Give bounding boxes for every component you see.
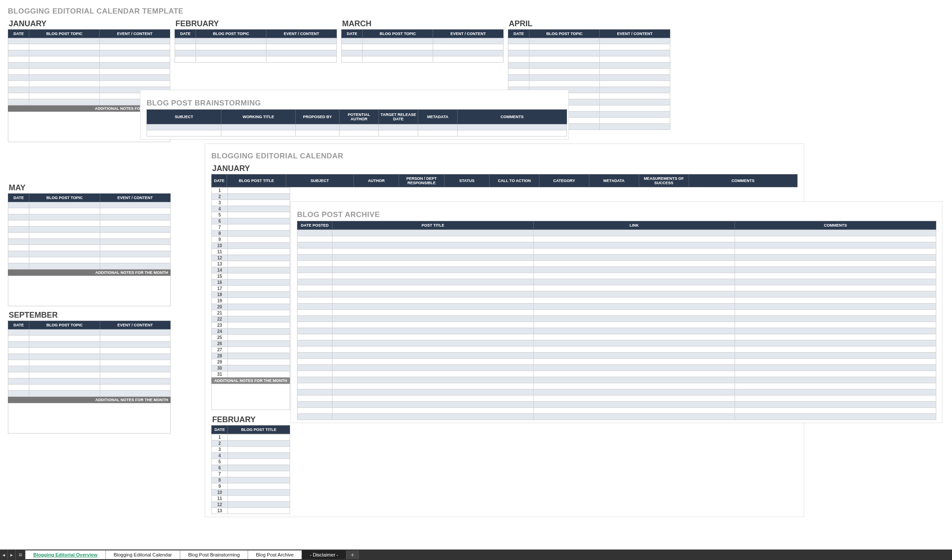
table-row[interactable]: 3 <box>212 200 290 206</box>
table-row[interactable] <box>298 402 936 408</box>
table-row[interactable] <box>298 383 936 389</box>
table-row[interactable] <box>342 38 504 44</box>
table-row[interactable] <box>8 366 171 372</box>
editorial-rows-jan[interactable]: 1234567891011121314151617181920212223242… <box>211 187 290 378</box>
table-row[interactable] <box>508 69 670 75</box>
table-row[interactable]: 16 <box>212 280 290 286</box>
table-row[interactable] <box>8 202 171 208</box>
editorial-rows-feb[interactable]: 12345678910111213 <box>211 434 290 514</box>
table-row[interactable] <box>147 124 567 130</box>
table-row[interactable] <box>342 56 504 63</box>
table-row[interactable]: 10 <box>212 490 290 496</box>
table-row[interactable] <box>298 316 936 322</box>
table-row[interactable]: 1 <box>212 434 290 441</box>
table-row[interactable]: 13 <box>212 508 290 514</box>
table-row[interactable] <box>8 227 171 233</box>
table-row[interactable] <box>298 346 936 353</box>
table-row[interactable]: 21 <box>212 310 290 316</box>
tab-disclaimer[interactable]: - Disclaimer - <box>302 550 346 559</box>
archive-rows[interactable] <box>297 230 936 420</box>
table-row[interactable] <box>8 372 171 378</box>
table-row[interactable]: 8 <box>212 477 290 483</box>
table-row[interactable] <box>147 130 567 136</box>
table-row[interactable] <box>298 371 936 377</box>
table-row[interactable]: 4 <box>212 453 290 459</box>
table-row[interactable] <box>8 63 170 69</box>
table-row[interactable] <box>298 377 936 383</box>
table-row[interactable] <box>175 56 337 63</box>
table-row[interactable]: 22 <box>212 316 290 322</box>
table-row[interactable] <box>508 56 670 63</box>
editorial-table-feb[interactable]: DATE BLOG POST TITLE <box>211 425 290 434</box>
table-row[interactable] <box>8 208 171 214</box>
table-row[interactable]: 4 <box>212 206 290 212</box>
table-row[interactable]: 13 <box>212 261 290 267</box>
table-row[interactable] <box>8 245 171 251</box>
table-row[interactable]: 7 <box>212 471 290 477</box>
table-row[interactable]: 9 <box>212 237 290 243</box>
table-row[interactable] <box>508 63 670 69</box>
table-row[interactable] <box>298 291 936 298</box>
table-row[interactable]: 8 <box>212 231 290 237</box>
table-row[interactable] <box>298 328 936 334</box>
table-row[interactable] <box>298 389 936 396</box>
table-row[interactable] <box>298 365 936 371</box>
table-row[interactable] <box>298 353 936 359</box>
table-row[interactable] <box>298 267 936 273</box>
table-row[interactable] <box>342 50 504 56</box>
archive-table[interactable]: DATE POSTED POST TITLE LINK COMMENTS <box>297 221 936 230</box>
table-row[interactable] <box>8 257 171 263</box>
editorial-table-jan[interactable]: DATE BLOG POST TITLE SUBJECT AUTHOR PERS… <box>211 174 798 187</box>
tab-overview[interactable]: Blogging Editorial Overview <box>25 550 106 559</box>
table-row[interactable] <box>298 230 936 236</box>
table-row[interactable] <box>8 44 170 50</box>
table-row[interactable] <box>8 251 171 257</box>
tab-next-icon[interactable]: ► <box>8 550 16 560</box>
table-row[interactable] <box>8 385 171 391</box>
table-row[interactable]: 25 <box>212 335 290 341</box>
table-row[interactable]: 12 <box>212 255 290 261</box>
table-row[interactable] <box>8 50 170 56</box>
table-row[interactable] <box>298 408 936 414</box>
editorial-notes-box[interactable] <box>211 384 290 410</box>
table-row[interactable]: 1 <box>212 188 290 194</box>
table-row[interactable] <box>508 81 670 87</box>
tab-prev-icon[interactable]: ◄ <box>0 550 8 560</box>
table-row[interactable]: 10 <box>212 243 290 249</box>
table-row[interactable]: 5 <box>212 212 290 218</box>
table-row[interactable] <box>298 242 936 248</box>
table-row[interactable]: 15 <box>212 273 290 280</box>
template-table[interactable]: DATEBLOG POST TOPICEVENT / CONTENT <box>8 193 171 270</box>
table-row[interactable]: 29 <box>212 359 290 365</box>
table-row[interactable] <box>298 322 936 328</box>
table-row[interactable] <box>508 38 670 44</box>
table-row[interactable]: 19 <box>212 298 290 304</box>
table-row[interactable] <box>298 279 936 285</box>
tab-add-icon[interactable]: + <box>346 550 359 559</box>
notes-box[interactable] <box>8 276 171 306</box>
table-row[interactable]: 3 <box>212 447 290 453</box>
table-row[interactable] <box>8 75 170 81</box>
table-row[interactable] <box>8 220 171 227</box>
table-row[interactable] <box>8 214 171 220</box>
table-row[interactable] <box>298 285 936 291</box>
table-row[interactable] <box>298 236 936 242</box>
table-row[interactable]: 31 <box>212 371 290 378</box>
table-row[interactable] <box>175 50 337 56</box>
tab-calendar[interactable]: Blogging Editorial Calendar <box>106 550 180 559</box>
template-table[interactable]: DATEBLOG POST TOPICEVENT / CONTENT <box>341 29 504 63</box>
table-row[interactable]: 11 <box>212 496 290 502</box>
table-row[interactable] <box>8 354 171 360</box>
table-row[interactable] <box>8 56 170 63</box>
table-row[interactable] <box>8 69 170 75</box>
brainstorm-table[interactable]: SUBJECT WORKING TITLE PROPOSED BY POTENT… <box>147 109 567 136</box>
table-row[interactable] <box>298 255 936 261</box>
table-row[interactable]: 24 <box>212 329 290 335</box>
table-row[interactable]: 5 <box>212 459 290 465</box>
notes-box[interactable] <box>8 403 171 434</box>
table-row[interactable] <box>8 342 171 348</box>
table-row[interactable]: 27 <box>212 347 290 353</box>
table-row[interactable] <box>8 391 171 397</box>
table-row[interactable] <box>508 44 670 50</box>
table-row[interactable] <box>8 348 171 354</box>
